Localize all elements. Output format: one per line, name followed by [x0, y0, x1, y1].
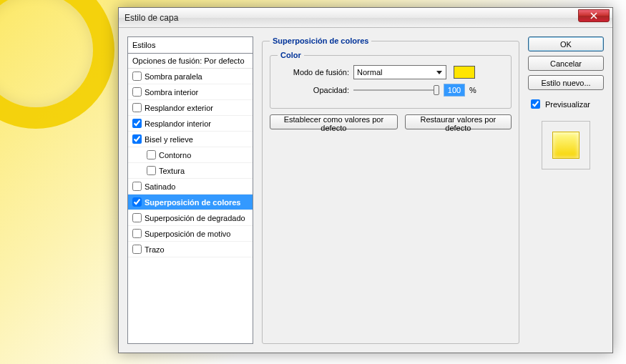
blend-mode-value: Normal: [357, 68, 382, 77]
style-item-label: Textura: [159, 167, 185, 175]
reset-default-button[interactable]: Restaurar valores por defecto: [405, 114, 512, 129]
style-item-label: Superposición de motivo: [145, 230, 230, 238]
style-checkbox[interactable]: [132, 229, 142, 238]
style-item-label: Sombra paralela: [145, 72, 202, 81]
style-item[interactable]: Resplandor exterior: [128, 100, 253, 116]
group-legend: Superposición de colores: [270, 36, 371, 45]
style-item[interactable]: Sombra interior: [128, 84, 253, 100]
style-checkbox[interactable]: [147, 166, 156, 175]
close-button[interactable]: [578, 9, 610, 22]
main-options-panel: Superposición de colores Color Modo de f…: [262, 36, 519, 344]
side-buttons-panel: OK Cancelar Estilo nuevo... Previsualiza…: [528, 36, 604, 344]
style-item[interactable]: Satinado: [128, 179, 253, 195]
style-item-label: Satinado: [145, 182, 175, 191]
styles-list-panel: Estilos Opciones de fusión: Por defecto …: [127, 36, 253, 344]
style-checkbox[interactable]: [132, 197, 142, 207]
style-checkbox[interactable]: [132, 87, 142, 97]
style-checkbox[interactable]: [132, 72, 142, 81]
dialog-body: Estilos Opciones de fusión: Por defecto …: [119, 28, 612, 353]
style-checkbox[interactable]: [132, 182, 142, 191]
make-default-button[interactable]: Establecer como valores por defecto: [270, 114, 398, 129]
style-checkbox[interactable]: [147, 150, 156, 159]
styles-header[interactable]: Estilos: [128, 37, 253, 54]
blending-options-item[interactable]: Opciones de fusión: Por defecto: [128, 54, 253, 69]
style-item-label: Sombra interior: [145, 88, 198, 97]
blend-mode-row: Modo de fusión: Normal: [278, 65, 504, 79]
default-buttons-row: Establecer como valores por defecto Rest…: [270, 114, 512, 129]
slider-track: [353, 89, 439, 91]
style-item-label: Contorno: [159, 151, 191, 159]
style-item[interactable]: Sombra paralela: [128, 69, 253, 84]
style-item[interactable]: Resplandor interior: [128, 116, 253, 132]
titlebar[interactable]: Estilo de capa: [119, 8, 612, 28]
opacity-row: Opacidad: %: [278, 84, 504, 97]
dialog-title: Estilo de capa: [124, 13, 178, 23]
opacity-unit: %: [469, 86, 476, 94]
slider-thumb[interactable]: [434, 85, 439, 95]
style-item-label: Superposición de degradado: [145, 214, 245, 222]
color-group: Color Modo de fusión: Normal Opacidad:: [270, 51, 512, 109]
color-overlay-group: Superposición de colores Color Modo de f…: [262, 36, 519, 344]
style-item-label: Superposición de colores: [145, 198, 240, 207]
style-item[interactable]: Trazo: [128, 242, 253, 257]
overlay-color-swatch[interactable]: [454, 66, 475, 79]
style-item[interactable]: Superposición de motivo: [128, 226, 253, 242]
blend-mode-select[interactable]: Normal: [353, 65, 446, 79]
preview-checkbox-row[interactable]: Previsualizar: [528, 97, 604, 111]
cancel-button[interactable]: Cancelar: [528, 56, 604, 71]
style-item-label: Resplandor interior: [145, 119, 211, 128]
ok-button[interactable]: OK: [528, 36, 604, 51]
style-item-label: Trazo: [145, 245, 165, 254]
color-legend: Color: [278, 51, 304, 59]
style-item-label: Bisel y relieve: [145, 135, 193, 144]
style-checkbox[interactable]: [132, 103, 142, 112]
style-checkbox[interactable]: [132, 119, 142, 128]
opacity-input[interactable]: [444, 84, 465, 97]
style-item[interactable]: Superposición de degradado: [128, 210, 253, 226]
background-decoration: [0, 0, 114, 129]
opacity-slider[interactable]: [353, 84, 439, 97]
new-style-button[interactable]: Estilo nuevo...: [528, 75, 604, 90]
preview-box: [542, 121, 590, 169]
dropdown-arrow-icon: [434, 67, 444, 77]
style-checkbox[interactable]: [132, 213, 142, 222]
style-item[interactable]: Bisel y relieve: [128, 132, 253, 147]
styles-list: Sombra paralelaSombra interiorResplandor…: [128, 69, 253, 257]
preview-thumbnail: [552, 132, 579, 159]
blend-mode-label: Modo de fusión:: [278, 68, 349, 77]
style-item[interactable]: Contorno: [128, 147, 253, 163]
style-item-label: Resplandor exterior: [145, 104, 213, 112]
style-checkbox[interactable]: [132, 134, 142, 144]
style-item[interactable]: Superposición de colores: [128, 195, 253, 210]
style-item[interactable]: Textura: [128, 163, 253, 179]
layer-style-dialog: Estilo de capa Estilos Opciones de fusió…: [118, 7, 613, 353]
opacity-label: Opacidad:: [278, 86, 349, 94]
close-icon: [590, 12, 597, 19]
style-checkbox[interactable]: [132, 245, 142, 254]
preview-checkbox[interactable]: [531, 99, 540, 109]
preview-label: Previsualizar: [545, 100, 590, 109]
